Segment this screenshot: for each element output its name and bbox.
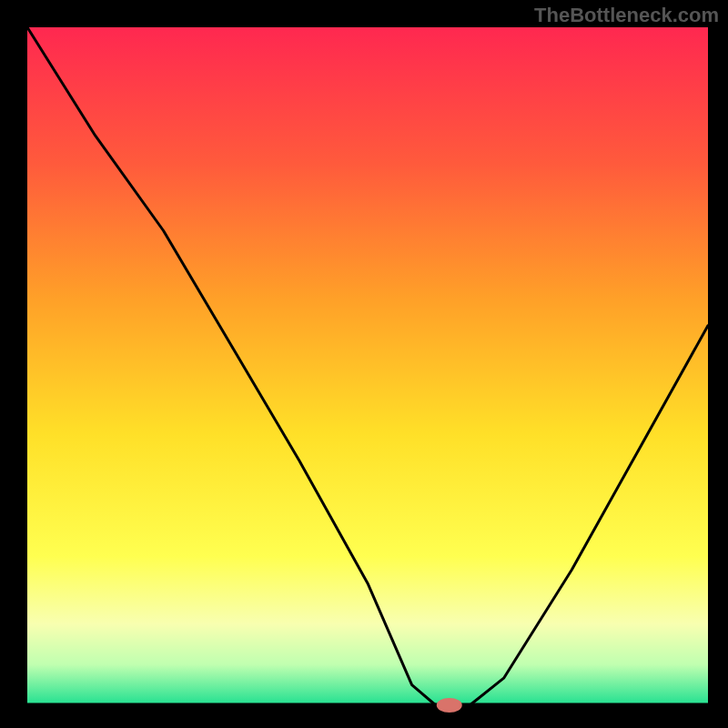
chart-container: TheBottleneck.com bbox=[0, 0, 728, 728]
bottleneck-chart bbox=[0, 0, 728, 728]
optimal-point-marker bbox=[437, 698, 462, 713]
watermark-text: TheBottleneck.com bbox=[534, 4, 719, 27]
chart-background bbox=[27, 27, 708, 705]
